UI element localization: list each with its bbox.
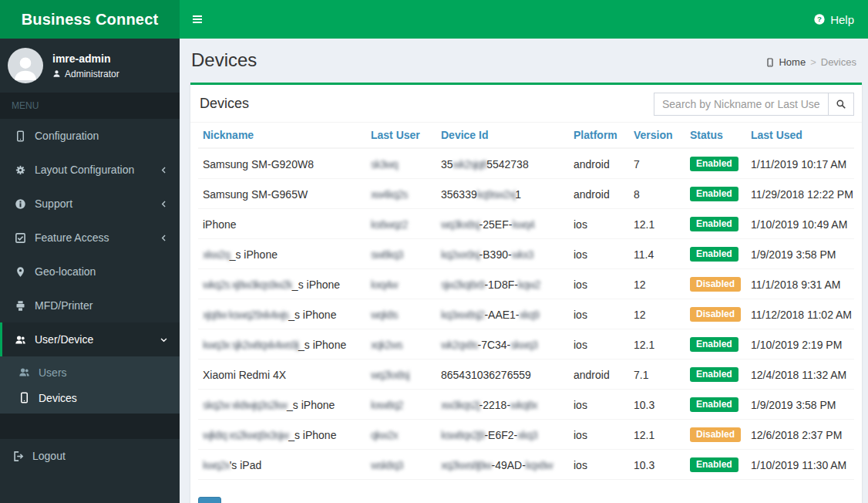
table-header-row: NicknameLast UserDevice IdPlatformVersio… [198, 123, 854, 148]
column-header-version[interactable]: Version [629, 123, 685, 148]
nickname-cell: kwq2x's iPad [198, 450, 366, 480]
search-icon [836, 99, 846, 110]
status-cell: Enabled [685, 239, 746, 269]
redacted-text: wjk8q xs2kwq9x3sjw [203, 429, 288, 441]
version-cell: 12.1 [629, 420, 685, 450]
printer-icon [12, 300, 29, 312]
devices-table: NicknameLast UserDevice IdPlatformVersio… [198, 123, 854, 480]
status-badge: Disabled [690, 307, 741, 322]
info-icon [12, 198, 29, 210]
redacted-text: xqk2ws [371, 339, 402, 351]
page-title: Devices [191, 49, 856, 71]
sidebar-item-user-device[interactable]: User/Device [0, 322, 180, 356]
sidebar-item-layout-configuration[interactable]: Layout Configuration [0, 153, 180, 187]
last-user-cell: xqk2ws [366, 329, 436, 360]
gear-icon [12, 164, 29, 176]
chevron-left-icon [160, 200, 168, 208]
last-user-cell: qkw2x [366, 420, 436, 450]
chevron-left-icon [160, 166, 168, 174]
user-role-label: Administrator [65, 69, 119, 79]
status-badge: Enabled [690, 157, 738, 171]
last-used-cell: 1/10/2019 10:49 AM [746, 209, 854, 239]
help-button[interactable]: Help [813, 0, 854, 39]
column-header-device-id[interactable]: Device Id [436, 123, 569, 148]
nickname-cell: Xiaomi Redmi 4X [198, 360, 366, 390]
platform-cell: ios [569, 299, 629, 329]
search-input[interactable] [654, 93, 828, 116]
sidebar: imre-admin Administrator MENU Configurat… [0, 39, 180, 503]
sidebar-item-geo-location[interactable]: Geo-location [0, 255, 180, 289]
redacted-text: wk2qx8s [441, 339, 477, 351]
last-user-cell: wqk8s [366, 299, 436, 329]
navbar: Help [180, 0, 868, 39]
sidebar-item-configuration[interactable]: Configuration [0, 119, 180, 153]
content-area: Devices Home > Devices Devices [180, 39, 868, 503]
logout-label: Logout [32, 450, 168, 462]
sidebar-item-logout[interactable]: Logout [0, 439, 180, 473]
redacted-text: wsk8q3 [371, 459, 402, 471]
sidebar-item-mfd-printer[interactable]: MFD/Printer [0, 289, 180, 322]
table-row: Samsung SM-G965Wxw4kq2s356339kq9sw2xj1an… [198, 179, 854, 209]
help-label: Help [830, 13, 854, 26]
nickname-cell: Samsung SM-G965W [198, 179, 366, 209]
redacted-text: ks6wqz2 [371, 218, 407, 231]
tablet-icon [765, 58, 775, 67]
version-cell: 12 [629, 269, 685, 299]
redacted-text: kqx8w [526, 459, 553, 471]
redacted-text: wkq8x [510, 399, 537, 411]
column-header-nickname[interactable]: Nickname [198, 123, 366, 148]
platform-cell: ios [569, 239, 629, 269]
nickname-cell: xjq8w kswq29xk4wjs_s iPhone [198, 299, 366, 329]
person-icon [52, 69, 61, 78]
pin-icon [12, 266, 29, 278]
platform-cell: ios [569, 420, 629, 450]
redacted-text: kwq3x sjk2w8qxk4ws9j [203, 339, 298, 351]
breadcrumb: Home > Devices [765, 56, 856, 68]
status-cell: Enabled [685, 209, 746, 239]
device-id-cell: wk2qx8s-7C34-skwq3 [436, 329, 569, 360]
redacted-text: xkq3 [517, 429, 537, 441]
sidebar-item-support[interactable]: Support [0, 187, 180, 221]
status-badge: Enabled [690, 187, 738, 201]
column-header-status[interactable]: Status [685, 123, 746, 148]
users-icon [15, 366, 32, 378]
device-id-cell: 35wk2sjq85542738 [436, 148, 569, 179]
pagination: 1 [198, 497, 862, 503]
column-header-last-user[interactable]: Last User [366, 123, 436, 148]
platform-cell: ios [569, 390, 629, 420]
breadcrumb-separator: > [810, 56, 816, 68]
table-row: skq2w xk8wjq3s2kw_s iPhonekxw8q2xw3kqs2j… [198, 390, 854, 420]
redacted-text: xq2kws8j9w [441, 459, 491, 471]
question-circle-icon [813, 13, 826, 25]
last-used-cell: 11/1/2018 9:31 AM [746, 269, 854, 299]
redacted-text: kq3xw8sj2 [441, 309, 484, 321]
breadcrumb-home-link[interactable]: Home [765, 56, 806, 68]
tablet-icon [12, 130, 29, 142]
sidebar-subitem-devices[interactable]: Devices [0, 385, 180, 410]
redacted-text: kwq2x [203, 459, 230, 471]
search-button[interactable] [828, 93, 854, 116]
last-used-cell: 12/6/2018 2:37 PM [746, 420, 854, 450]
version-cell: 11.4 [629, 239, 685, 269]
status-cell: Enabled [685, 148, 746, 179]
redacted-text: skwq3 [510, 339, 537, 351]
last-used-cell: 1/9/2019 3:58 PM [746, 239, 854, 269]
table-row: wjk8q xs2kwq9x3sjw_s iPhoneqkw2xksw8qx2j… [198, 420, 854, 450]
column-header-last-used[interactable]: Last Used [746, 123, 854, 148]
sidebar-item-label: User/Device [35, 333, 160, 346]
page-button-1[interactable]: 1 [198, 497, 221, 503]
last-used-cell: 1/9/2019 3:58 PM [746, 390, 854, 420]
sidebar-subitem-users[interactable]: Users [0, 360, 180, 385]
last-user-cell: sw8kq3 [366, 239, 436, 269]
device-id-cell: ksw8qx2j9-E6F2-xkq3 [436, 420, 569, 450]
column-header-platform[interactable]: Platform [569, 123, 629, 148]
brand-logo: Business Connect [0, 0, 180, 39]
status-badge: Enabled [690, 397, 738, 412]
status-badge: Disabled [690, 427, 741, 442]
sidebar-item-feature-access[interactable]: Feature Access [0, 221, 180, 255]
sidebar-subitem-label: Users [39, 366, 168, 379]
sidebar-toggle-button[interactable] [180, 0, 215, 39]
status-badge: Enabled [690, 247, 738, 262]
status-badge: Enabled [690, 367, 738, 382]
tablet-icon [15, 392, 32, 403]
